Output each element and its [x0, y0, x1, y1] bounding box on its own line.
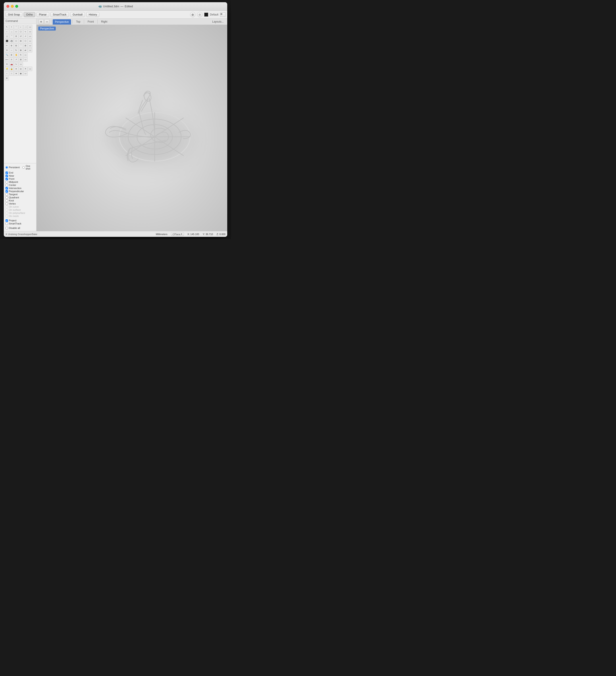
osnap-disable-all-checkbox[interactable]	[6, 227, 8, 229]
tab-front[interactable]: Front	[85, 18, 96, 24]
osnap-on-curve[interactable]: On curve	[6, 206, 35, 208]
lock-tool[interactable]: 🔒	[9, 67, 14, 71]
arc-tool[interactable]: ⌓	[9, 30, 14, 34]
nav-back-button[interactable]: ⊕	[190, 12, 195, 17]
rect-tool[interactable]: ⬜	[23, 25, 28, 29]
ortho-button[interactable]: Ortho	[24, 12, 35, 17]
wavy-tool[interactable]: ∿	[14, 62, 18, 66]
osnap-smarttrack-checkbox[interactable]	[6, 222, 8, 225]
undo-tool[interactable]: ⟲	[5, 62, 9, 66]
select-tool[interactable]: ↖	[5, 25, 9, 29]
planar-button[interactable]: Planar	[37, 12, 49, 17]
osnap-perpendicular[interactable]: Perpendicular	[6, 190, 35, 192]
osnap-near[interactable]: Near	[6, 174, 35, 177]
offset-tool[interactable]: ⊠	[23, 43, 28, 48]
join-tool[interactable]: ⊞	[14, 43, 18, 48]
osnap-disable-all[interactable]: Disable all	[6, 227, 35, 229]
more-tool8[interactable]: ▭	[23, 57, 28, 62]
osnap-midpoint[interactable]: Midpoint	[6, 181, 35, 183]
fillet-tool[interactable]: ⌒	[18, 43, 23, 48]
solid-sphere-tool[interactable]: ⚽	[9, 39, 14, 43]
car-tool[interactable]: 🚗	[9, 62, 14, 66]
osnap-project[interactable]: Project	[6, 219, 35, 222]
gumball-button[interactable]: Gumball	[70, 12, 85, 17]
solid-cyl-tool[interactable]: ⬡	[14, 39, 18, 43]
osnap-tangent-checkbox[interactable]	[6, 193, 8, 196]
loft-tool[interactable]: ⌒	[9, 34, 14, 39]
layout-button[interactable]: ⊞	[220, 12, 226, 17]
polygon-tool[interactable]: ⬡	[18, 30, 23, 34]
tab-right[interactable]: Right	[99, 18, 110, 24]
grid-snap-button[interactable]: Grid Snap	[6, 12, 22, 17]
osnap-on-polysurface[interactable]: On polysurface	[6, 212, 35, 214]
rotate-view-tool[interactable]: ↻	[18, 53, 23, 57]
axes-tool[interactable]: ⊕	[5, 76, 9, 80]
surface-tool[interactable]: ◻	[5, 34, 9, 39]
dim-tool[interactable]: ⟵	[5, 57, 9, 62]
extrude-tool[interactable]: ⬆	[14, 34, 18, 39]
more-tool9[interactable]: ▭	[18, 62, 23, 66]
split-tool[interactable]: ⊕	[9, 43, 14, 48]
material-tool[interactable]: ●	[14, 67, 18, 71]
sweep-tool[interactable]: ↗	[23, 34, 28, 39]
osnap-knot[interactable]: Knot	[6, 199, 35, 202]
light-tool[interactable]: 💡	[5, 67, 9, 71]
hatch-tool[interactable]: ⊞	[18, 57, 23, 62]
osnap-near-checkbox[interactable]	[6, 175, 8, 177]
scale-tool[interactable]: ⊠	[18, 48, 23, 52]
osnap-vertex-checkbox[interactable]	[6, 203, 8, 205]
more-tool2[interactable]: ▭	[28, 30, 32, 34]
minimize-button[interactable]	[11, 5, 14, 8]
history-button[interactable]: History	[86, 12, 99, 17]
shade-tool[interactable]: ●	[14, 71, 18, 76]
one-shot-radio-input[interactable]	[22, 166, 25, 169]
mesh-tool[interactable]: ⬡	[23, 39, 28, 43]
tab-perspective[interactable]: Perspective	[53, 19, 71, 24]
osnap-center-checkbox[interactable]	[6, 184, 8, 186]
copy-tool[interactable]: ↔	[9, 48, 14, 52]
persistent-radio-input[interactable]	[6, 166, 8, 169]
osnap-midpoint-checkbox[interactable]	[6, 181, 8, 183]
rotate-tool[interactable]: ↻	[14, 48, 18, 52]
cplane-button[interactable]: CPlane ▾	[171, 232, 184, 236]
revolve-tool[interactable]: ↺	[18, 34, 23, 39]
viewport-3d[interactable]: Perspective	[37, 25, 227, 231]
layouts-button[interactable]: Layouts...	[210, 18, 226, 24]
close-button[interactable]	[6, 5, 9, 8]
osnap-tangent[interactable]: Tangent	[6, 193, 35, 196]
render-tool[interactable]: ◎	[18, 67, 23, 71]
move-tool[interactable]: ⟲	[5, 48, 9, 52]
point-tool[interactable]: •	[9, 25, 14, 29]
tab-top[interactable]: Top	[74, 18, 82, 24]
osnap-intersection[interactable]: Intersection	[6, 187, 35, 189]
osnap-end[interactable]: End	[6, 171, 35, 174]
circle-tool[interactable]: ○	[5, 30, 9, 34]
more-tool3[interactable]: ▭	[28, 34, 32, 39]
leader-tool[interactable]: ↗	[14, 57, 18, 62]
sun-tool[interactable]: ☀	[23, 67, 28, 71]
solid-box-tool[interactable]: ⬛	[5, 39, 9, 43]
osnap-on-mesh[interactable]: On mesh	[6, 215, 35, 217]
more-tool1[interactable]: ▭	[28, 25, 32, 29]
freeform-tool[interactable]: ∿	[23, 30, 28, 34]
view-single-btn[interactable]: ▭	[45, 19, 49, 24]
osnap-knot-checkbox[interactable]	[6, 200, 8, 202]
persistent-radio[interactable]: Persistent	[6, 165, 20, 170]
osnap-quadrant[interactable]: Quadrant	[6, 196, 35, 199]
osnap-vertex[interactable]: Vertex	[6, 202, 35, 205]
smarttrack-button[interactable]: SmartTrack	[51, 12, 69, 17]
maximize-button[interactable]	[15, 5, 18, 8]
more-tool5[interactable]: ▭	[28, 43, 32, 48]
zoom-tool[interactable]: 🔍	[5, 53, 9, 57]
osnap-smarttrack[interactable]: SmartTrack	[6, 222, 35, 225]
osnap-perpendicular-checkbox[interactable]	[6, 190, 8, 192]
display-tool[interactable]: ○	[5, 71, 9, 76]
more-tool10[interactable]: ▭	[28, 67, 32, 71]
text-tool[interactable]: A	[9, 57, 14, 62]
mirror-tool[interactable]: ⇌	[23, 48, 28, 52]
more-tool4[interactable]: ▭	[28, 39, 32, 43]
ellipse-tool[interactable]: ⬭	[14, 30, 18, 34]
zoom-ext-tool[interactable]: ⊕	[9, 53, 14, 57]
view-grid-btn[interactable]: ⊞	[39, 19, 44, 24]
osnap-point[interactable]: Point	[6, 177, 35, 180]
